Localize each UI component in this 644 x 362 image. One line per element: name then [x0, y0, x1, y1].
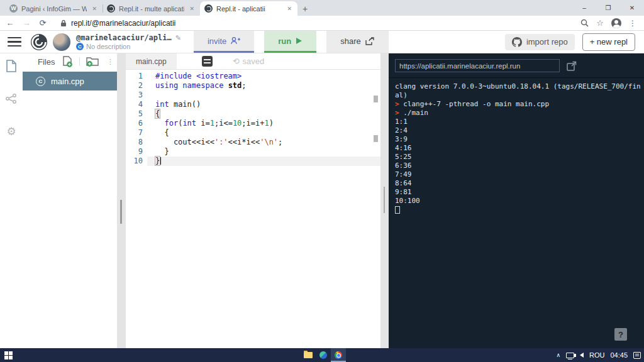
hamburger-menu-icon[interactable] [8, 37, 21, 47]
minimize-button[interactable]: – [572, 0, 596, 16]
system-tray: ∧ ROU 04:45 [556, 348, 641, 362]
line-number: 7 [126, 128, 143, 138]
console-panel: clang version 7.0.0-3~ubuntu0.18.04.1 (t… [389, 53, 644, 348]
maximize-button[interactable]: ❐ [596, 0, 620, 16]
code-line: for(int i=1;i<=10;i=i+1) [147, 119, 380, 128]
editor-header: main.cpp ⟲ saved [126, 53, 380, 70]
scroll-annotation [374, 96, 378, 102]
console-resize-divider[interactable] [380, 53, 389, 348]
window-controls: – ❐ ✕ [572, 0, 644, 16]
code-token: std [228, 81, 242, 90]
new-repl-button[interactable]: + new repl [582, 33, 635, 51]
line-number: 10 [126, 156, 143, 166]
browser-tab-strip: Pagini ‹ InfoGim — WordPress.co✕Repl.it … [0, 0, 644, 16]
matched-bracket: { [155, 109, 160, 118]
language-indicator[interactable]: ROU [589, 351, 604, 359]
console-line: 9:81 [395, 188, 644, 197]
volume-icon[interactable] [580, 353, 584, 358]
tab-close-icon[interactable]: ✕ [286, 5, 293, 13]
open-in-new-tab-icon[interactable] [567, 61, 577, 71]
resize-handle[interactable] [120, 200, 122, 224]
back-icon[interactable]: ← [5, 18, 15, 28]
output-text: 7:49 [395, 170, 412, 178]
browser-tab[interactable]: Repl.it - multe aplicatii in C++✕ [103, 1, 200, 16]
tab-title: Repl.it - aplicatii [216, 5, 282, 13]
console-line: 2:4 [395, 126, 644, 135]
new-tab-button[interactable]: + [297, 1, 313, 16]
divider [79, 57, 80, 66]
bookmark-star-icon[interactable]: ☆ [596, 18, 604, 28]
reload-icon[interactable]: ⟳ [38, 18, 48, 28]
code-token: main() [169, 100, 201, 109]
code-line: using namespace std; [147, 81, 380, 90]
settings-gear-icon[interactable]: ⚙ [6, 125, 16, 138]
file-row[interactable]: Cmain.cpp [23, 72, 117, 90]
resize-handle[interactable] [384, 187, 385, 213]
code-line: } [147, 147, 380, 156]
zoom-indicator-icon[interactable] [580, 19, 589, 27]
file-explorer-icon[interactable] [301, 348, 316, 362]
user-avatar[interactable] [53, 33, 70, 51]
code-token: <<i*i<< [228, 138, 260, 146]
forward-icon[interactable]: → [21, 18, 31, 28]
cpp-file-icon: C [36, 77, 45, 86]
browser-menu-icon[interactable]: ⋮ [629, 19, 636, 28]
files-header: Files ⋮ [23, 53, 117, 70]
run-label: run [278, 36, 291, 46]
tray-expand-icon[interactable]: ∧ [556, 352, 560, 358]
console-url-row [389, 53, 644, 78]
output-text: 4:16 [395, 144, 412, 152]
code-lines[interactable]: #include <iostream>using namespace std;i… [147, 72, 380, 348]
add-folder-icon[interactable] [86, 56, 99, 67]
output-text: 2:4 [395, 126, 408, 134]
close-button[interactable]: ✕ [620, 0, 644, 16]
run-play-icon [296, 37, 303, 45]
files-rail-icon[interactable] [6, 60, 17, 72]
line-number: 4 [126, 100, 143, 109]
tab-close-icon[interactable]: ✕ [188, 5, 196, 13]
network-icon[interactable] [566, 353, 574, 358]
omnibox[interactable]: repl.it/@marinelacaciur/aplicatii [54, 19, 574, 28]
code-token: ;i<= [214, 119, 233, 128]
add-file-icon[interactable] [62, 56, 73, 68]
command-text: clang++-7 -pthread -o main main.cpp [403, 100, 549, 108]
address-bar: ← → ⟳ repl.it/@marinelacaciur/aplicatii … [0, 16, 644, 31]
chrome-icon[interactable] [331, 348, 346, 362]
editor-body[interactable]: 12345678910 #include <iostream>using nam… [126, 70, 380, 348]
repl-title-block: @marinelacaciur/apli… ✎ C No description [76, 33, 181, 50]
code-line: #include <iostream> [147, 72, 380, 81]
help-button[interactable]: ? [614, 328, 627, 341]
start-button[interactable] [4, 351, 13, 359]
edit-title-icon[interactable]: ✎ [175, 34, 181, 42]
browser-tab[interactable]: Pagini ‹ InfoGim — WordPress.co✕ [5, 1, 103, 16]
share-rail-icon[interactable] [6, 94, 17, 104]
run-button[interactable]: run [264, 31, 316, 53]
repl-url-input[interactable] [395, 59, 560, 72]
file-list: Cmain.cpp [23, 70, 117, 90]
wordpress-favicon [9, 4, 18, 13]
browser-tab[interactable]: Repl.it - aplicatii✕ [200, 1, 297, 16]
share-button[interactable]: share [326, 31, 389, 53]
browser-profile-avatar[interactable] [611, 18, 621, 28]
tab-close-icon[interactable]: ✕ [91, 5, 98, 13]
import-repo-button[interactable]: import repo [505, 34, 575, 50]
edge-icon[interactable] [316, 348, 331, 362]
clock[interactable]: 04:45 [610, 351, 628, 359]
console-line: 1:1 [395, 118, 644, 126]
repl-description: No description [86, 43, 130, 50]
action-center-icon[interactable] [633, 352, 641, 359]
output-text: 8:64 [395, 179, 412, 187]
screen: Pagini ‹ InfoGim — WordPress.co✕Repl.it … [0, 0, 644, 362]
format-code-icon[interactable] [202, 56, 213, 67]
replit-logo[interactable] [30, 33, 48, 51]
sidebar-resize-divider[interactable] [117, 53, 126, 348]
code-line: { [147, 109, 380, 119]
editor-file-tab[interactable]: main.cpp [126, 53, 177, 69]
prompt-icon: > [395, 109, 403, 117]
invite-label: invite [208, 36, 226, 46]
files-menu-icon[interactable]: ⋮ [107, 58, 114, 66]
code-token: { [155, 128, 169, 137]
code-token: ;i=i+ [242, 119, 264, 128]
replit-favicon [204, 4, 213, 13]
invite-button[interactable]: invite [194, 31, 254, 53]
